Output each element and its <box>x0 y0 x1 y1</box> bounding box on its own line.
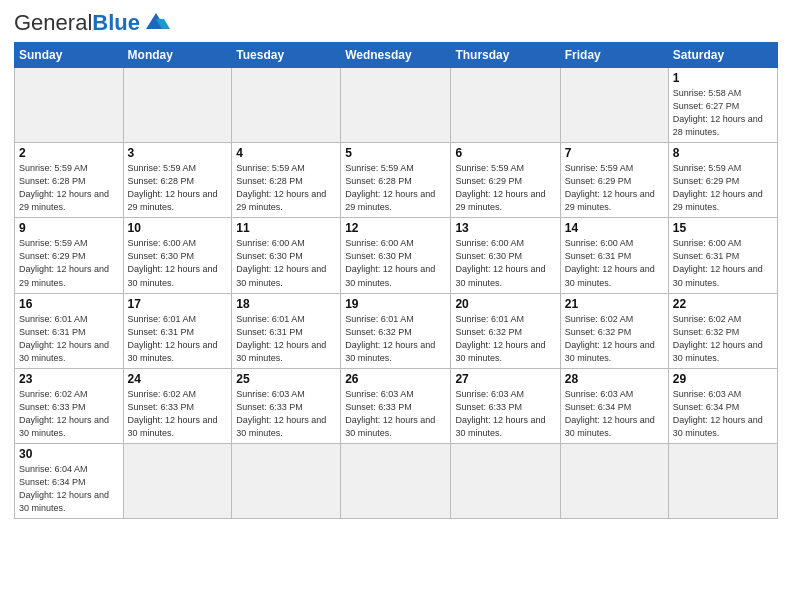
day-info: Sunrise: 6:00 AMSunset: 6:30 PMDaylight:… <box>128 237 228 289</box>
calendar-cell <box>123 443 232 518</box>
calendar-cell: 6Sunrise: 5:59 AMSunset: 6:29 PMDaylight… <box>451 143 560 218</box>
calendar-cell: 2Sunrise: 5:59 AMSunset: 6:28 PMDaylight… <box>15 143 124 218</box>
calendar-cell: 9Sunrise: 5:59 AMSunset: 6:29 PMDaylight… <box>15 218 124 293</box>
calendar-cell: 12Sunrise: 6:00 AMSunset: 6:30 PMDayligh… <box>341 218 451 293</box>
day-number: 30 <box>19 447 119 461</box>
week-row-1: 1Sunrise: 5:58 AMSunset: 6:27 PMDaylight… <box>15 68 778 143</box>
day-info: Sunrise: 5:59 AMSunset: 6:29 PMDaylight:… <box>455 162 555 214</box>
calendar-cell: 1Sunrise: 5:58 AMSunset: 6:27 PMDaylight… <box>668 68 777 143</box>
calendar-cell: 22Sunrise: 6:02 AMSunset: 6:32 PMDayligh… <box>668 293 777 368</box>
calendar-cell: 24Sunrise: 6:02 AMSunset: 6:33 PMDayligh… <box>123 368 232 443</box>
calendar-cell: 25Sunrise: 6:03 AMSunset: 6:33 PMDayligh… <box>232 368 341 443</box>
day-info: Sunrise: 6:03 AMSunset: 6:33 PMDaylight:… <box>455 388 555 440</box>
day-info: Sunrise: 6:00 AMSunset: 6:30 PMDaylight:… <box>345 237 446 289</box>
day-info: Sunrise: 6:03 AMSunset: 6:34 PMDaylight:… <box>565 388 664 440</box>
weekday-thursday: Thursday <box>451 43 560 68</box>
day-number: 5 <box>345 146 446 160</box>
logo-general: General <box>14 10 92 35</box>
day-number: 29 <box>673 372 773 386</box>
calendar-cell <box>15 68 124 143</box>
day-number: 15 <box>673 221 773 235</box>
calendar-cell <box>560 443 668 518</box>
calendar-cell <box>668 443 777 518</box>
day-info: Sunrise: 5:59 AMSunset: 6:28 PMDaylight:… <box>236 162 336 214</box>
day-number: 22 <box>673 297 773 311</box>
day-number: 24 <box>128 372 228 386</box>
day-info: Sunrise: 6:01 AMSunset: 6:32 PMDaylight:… <box>455 313 555 365</box>
day-info: Sunrise: 5:59 AMSunset: 6:29 PMDaylight:… <box>19 237 119 289</box>
day-number: 6 <box>455 146 555 160</box>
calendar-cell: 7Sunrise: 5:59 AMSunset: 6:29 PMDaylight… <box>560 143 668 218</box>
calendar-cell: 15Sunrise: 6:00 AMSunset: 6:31 PMDayligh… <box>668 218 777 293</box>
day-number: 17 <box>128 297 228 311</box>
day-info: Sunrise: 6:00 AMSunset: 6:31 PMDaylight:… <box>565 237 664 289</box>
day-info: Sunrise: 5:59 AMSunset: 6:28 PMDaylight:… <box>345 162 446 214</box>
calendar-cell: 5Sunrise: 5:59 AMSunset: 6:28 PMDaylight… <box>341 143 451 218</box>
day-number: 19 <box>345 297 446 311</box>
logo-blue: Blue <box>92 10 140 35</box>
day-info: Sunrise: 6:02 AMSunset: 6:33 PMDaylight:… <box>128 388 228 440</box>
calendar-cell: 29Sunrise: 6:03 AMSunset: 6:34 PMDayligh… <box>668 368 777 443</box>
calendar-cell: 10Sunrise: 6:00 AMSunset: 6:30 PMDayligh… <box>123 218 232 293</box>
day-info: Sunrise: 6:03 AMSunset: 6:33 PMDaylight:… <box>236 388 336 440</box>
day-info: Sunrise: 6:01 AMSunset: 6:31 PMDaylight:… <box>19 313 119 365</box>
calendar-cell <box>560 68 668 143</box>
day-info: Sunrise: 6:01 AMSunset: 6:31 PMDaylight:… <box>128 313 228 365</box>
calendar-cell: 21Sunrise: 6:02 AMSunset: 6:32 PMDayligh… <box>560 293 668 368</box>
day-number: 3 <box>128 146 228 160</box>
weekday-monday: Monday <box>123 43 232 68</box>
day-number: 9 <box>19 221 119 235</box>
calendar-cell <box>341 68 451 143</box>
day-number: 28 <box>565 372 664 386</box>
day-number: 1 <box>673 71 773 85</box>
weekday-sunday: Sunday <box>15 43 124 68</box>
week-row-3: 9Sunrise: 5:59 AMSunset: 6:29 PMDaylight… <box>15 218 778 293</box>
calendar-cell: 14Sunrise: 6:00 AMSunset: 6:31 PMDayligh… <box>560 218 668 293</box>
day-number: 4 <box>236 146 336 160</box>
day-info: Sunrise: 5:59 AMSunset: 6:28 PMDaylight:… <box>19 162 119 214</box>
day-number: 13 <box>455 221 555 235</box>
day-number: 8 <box>673 146 773 160</box>
calendar-cell: 16Sunrise: 6:01 AMSunset: 6:31 PMDayligh… <box>15 293 124 368</box>
calendar-cell: 18Sunrise: 6:01 AMSunset: 6:31 PMDayligh… <box>232 293 341 368</box>
calendar-cell: 26Sunrise: 6:03 AMSunset: 6:33 PMDayligh… <box>341 368 451 443</box>
week-row-6: 30Sunrise: 6:04 AMSunset: 6:34 PMDayligh… <box>15 443 778 518</box>
day-number: 10 <box>128 221 228 235</box>
calendar-cell: 4Sunrise: 5:59 AMSunset: 6:28 PMDaylight… <box>232 143 341 218</box>
calendar-cell: 13Sunrise: 6:00 AMSunset: 6:30 PMDayligh… <box>451 218 560 293</box>
day-info: Sunrise: 6:02 AMSunset: 6:33 PMDaylight:… <box>19 388 119 440</box>
week-row-5: 23Sunrise: 6:02 AMSunset: 6:33 PMDayligh… <box>15 368 778 443</box>
day-number: 2 <box>19 146 119 160</box>
weekday-wednesday: Wednesday <box>341 43 451 68</box>
calendar-cell: 19Sunrise: 6:01 AMSunset: 6:32 PMDayligh… <box>341 293 451 368</box>
logo-text: GeneralBlue <box>14 10 140 36</box>
page: GeneralBlue SundayMondayTuesdayWednesday… <box>0 0 792 612</box>
calendar-cell: 8Sunrise: 5:59 AMSunset: 6:29 PMDaylight… <box>668 143 777 218</box>
day-info: Sunrise: 5:59 AMSunset: 6:28 PMDaylight:… <box>128 162 228 214</box>
day-info: Sunrise: 6:03 AMSunset: 6:33 PMDaylight:… <box>345 388 446 440</box>
day-info: Sunrise: 6:00 AMSunset: 6:30 PMDaylight:… <box>455 237 555 289</box>
calendar-cell <box>123 68 232 143</box>
day-info: Sunrise: 5:58 AMSunset: 6:27 PMDaylight:… <box>673 87 773 139</box>
day-number: 18 <box>236 297 336 311</box>
calendar-cell: 11Sunrise: 6:00 AMSunset: 6:30 PMDayligh… <box>232 218 341 293</box>
day-info: Sunrise: 6:03 AMSunset: 6:34 PMDaylight:… <box>673 388 773 440</box>
day-number: 21 <box>565 297 664 311</box>
day-number: 26 <box>345 372 446 386</box>
day-info: Sunrise: 6:00 AMSunset: 6:30 PMDaylight:… <box>236 237 336 289</box>
logo-icon <box>142 11 170 33</box>
calendar-cell: 23Sunrise: 6:02 AMSunset: 6:33 PMDayligh… <box>15 368 124 443</box>
calendar-cell: 30Sunrise: 6:04 AMSunset: 6:34 PMDayligh… <box>15 443 124 518</box>
calendar-cell <box>341 443 451 518</box>
day-number: 16 <box>19 297 119 311</box>
day-number: 12 <box>345 221 446 235</box>
logo: GeneralBlue <box>14 10 170 36</box>
day-number: 27 <box>455 372 555 386</box>
weekday-friday: Friday <box>560 43 668 68</box>
day-info: Sunrise: 6:01 AMSunset: 6:32 PMDaylight:… <box>345 313 446 365</box>
day-number: 20 <box>455 297 555 311</box>
weekday-tuesday: Tuesday <box>232 43 341 68</box>
calendar-cell: 3Sunrise: 5:59 AMSunset: 6:28 PMDaylight… <box>123 143 232 218</box>
day-info: Sunrise: 5:59 AMSunset: 6:29 PMDaylight:… <box>673 162 773 214</box>
day-info: Sunrise: 6:00 AMSunset: 6:31 PMDaylight:… <box>673 237 773 289</box>
